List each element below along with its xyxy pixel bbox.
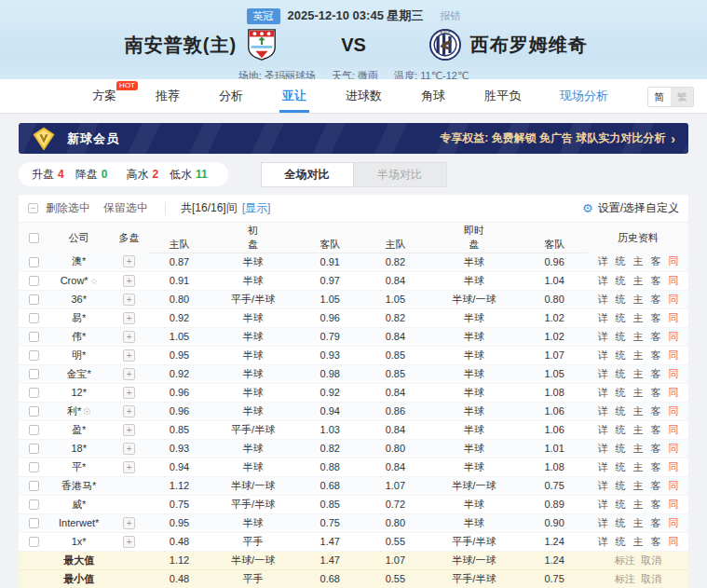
- history-link-3[interactable]: 客: [651, 424, 661, 435]
- history-link-2[interactable]: 主: [633, 536, 644, 547]
- history-link-3[interactable]: 客: [651, 443, 661, 454]
- history-link-3[interactable]: 客: [651, 461, 661, 472]
- history-link-2[interactable]: 主: [633, 405, 644, 417]
- history-link-3[interactable]: 客: [651, 387, 661, 398]
- history-link-1[interactable]: 统: [616, 294, 626, 305]
- history-link-4[interactable]: 同: [669, 294, 679, 305]
- history-link-0[interactable]: 详: [598, 480, 608, 491]
- row-checkbox[interactable]: [29, 425, 39, 435]
- row-checkbox[interactable]: [29, 276, 39, 286]
- company-name[interactable]: Crow*: [61, 275, 88, 286]
- nav-item-亚让[interactable]: 亚让: [263, 79, 326, 113]
- history-link-2[interactable]: 主: [633, 331, 644, 342]
- history-link-2[interactable]: 主: [633, 517, 644, 528]
- history-link-1[interactable]: 统: [616, 443, 626, 454]
- keep-selected-button[interactable]: 保留选中: [103, 200, 148, 216]
- nav-item-推荐[interactable]: 推荐: [136, 79, 199, 113]
- history-link-4[interactable]: 同: [669, 480, 679, 491]
- row-checkbox[interactable]: [29, 444, 39, 454]
- history-link-0[interactable]: 详: [598, 499, 608, 510]
- expand-multi-button[interactable]: +: [123, 349, 135, 362]
- history-link-2[interactable]: 主: [633, 312, 644, 323]
- company-name[interactable]: 平*: [72, 461, 86, 472]
- history-link-1[interactable]: 统: [616, 405, 626, 417]
- history-link-4[interactable]: 同: [669, 368, 679, 379]
- history-link-4[interactable]: 同: [669, 331, 679, 342]
- row-checkbox[interactable]: [29, 481, 39, 491]
- history-link-2[interactable]: 主: [633, 255, 644, 267]
- expand-multi-button[interactable]: +: [123, 443, 135, 455]
- row-checkbox[interactable]: [29, 350, 39, 361]
- row-checkbox[interactable]: [29, 257, 39, 267]
- history-link-3[interactable]: 客: [651, 331, 661, 342]
- history-link-1[interactable]: 统: [616, 331, 626, 342]
- summary-action-1[interactable]: 取消: [641, 573, 661, 584]
- history-link-0[interactable]: 详: [598, 275, 608, 286]
- delete-selected-button[interactable]: 删除选中: [46, 200, 90, 216]
- row-checkbox[interactable]: [29, 537, 39, 547]
- expand-multi-button[interactable]: +: [123, 312, 135, 324]
- nav-item-分析[interactable]: 分析: [199, 79, 263, 113]
- history-link-4[interactable]: 同: [669, 312, 679, 323]
- company-name[interactable]: 18*: [71, 443, 87, 454]
- history-link-0[interactable]: 详: [598, 368, 608, 379]
- history-link-3[interactable]: 客: [651, 275, 661, 286]
- row-checkbox[interactable]: [29, 313, 39, 323]
- history-link-4[interactable]: 同: [669, 517, 679, 528]
- history-link-4[interactable]: 同: [669, 536, 679, 547]
- select-all-checkbox[interactable]: [29, 233, 39, 243]
- expand-multi-button[interactable]: +: [123, 294, 135, 306]
- tab-full-match[interactable]: 全场对比: [261, 162, 354, 187]
- company-name[interactable]: 金宝*: [67, 368, 91, 379]
- row-checkbox[interactable]: [29, 369, 39, 379]
- history-link-0[interactable]: 详: [598, 443, 608, 454]
- history-link-0[interactable]: 详: [598, 405, 608, 417]
- expand-multi-button[interactable]: +: [123, 517, 135, 529]
- history-link-0[interactable]: 详: [598, 387, 608, 398]
- expand-multi-button[interactable]: +: [123, 405, 135, 417]
- history-link-0[interactable]: 详: [598, 349, 608, 361]
- row-checkbox[interactable]: [29, 499, 39, 510]
- lang-simplified-button[interactable]: 简: [648, 88, 671, 106]
- history-link-3[interactable]: 客: [651, 480, 661, 491]
- history-link-0[interactable]: 详: [598, 255, 608, 267]
- history-link-2[interactable]: 主: [633, 480, 644, 491]
- history-link-2[interactable]: 主: [633, 275, 644, 286]
- expand-multi-button[interactable]: +: [123, 275, 135, 287]
- expand-multi-button[interactable]: +: [123, 368, 135, 380]
- history-link-4[interactable]: 同: [669, 275, 679, 286]
- history-link-0[interactable]: 详: [598, 461, 608, 472]
- history-link-2[interactable]: 主: [633, 461, 644, 472]
- summary-action-0[interactable]: 标注: [615, 573, 635, 584]
- history-link-3[interactable]: 客: [651, 294, 661, 305]
- history-link-1[interactable]: 统: [616, 461, 626, 472]
- history-link-1[interactable]: 统: [616, 349, 626, 361]
- vip-banner[interactable]: 新球会员 专享权益: 免费解锁 免广告 球队实力对比分析 ›: [19, 123, 688, 154]
- history-link-1[interactable]: 统: [616, 275, 626, 286]
- row-checkbox[interactable]: [29, 406, 39, 417]
- nav-item-进球数[interactable]: 进球数: [326, 79, 401, 113]
- report-error-link[interactable]: 报错: [440, 9, 460, 23]
- history-link-1[interactable]: 统: [616, 387, 626, 398]
- history-link-4[interactable]: 同: [669, 424, 679, 435]
- lang-traditional-button[interactable]: 繁: [671, 88, 693, 106]
- history-link-3[interactable]: 客: [651, 517, 661, 528]
- expand-multi-button[interactable]: +: [123, 255, 135, 267]
- company-name[interactable]: 利*: [67, 405, 81, 417]
- history-link-0[interactable]: 详: [598, 331, 608, 342]
- expand-multi-button[interactable]: +: [123, 387, 135, 399]
- history-link-4[interactable]: 同: [669, 349, 679, 361]
- company-name[interactable]: 1x*: [72, 536, 87, 547]
- tab-half-match[interactable]: 半场对比: [354, 162, 447, 187]
- show-link[interactable]: [显示]: [242, 200, 271, 216]
- history-link-1[interactable]: 统: [616, 255, 626, 267]
- history-link-1[interactable]: 统: [616, 480, 626, 491]
- vip-benefits-link[interactable]: 专享权益: 免费解锁 免广告 球队实力对比分析 ›: [440, 130, 675, 146]
- expand-multi-button[interactable]: +: [123, 424, 135, 436]
- history-link-1[interactable]: 统: [616, 312, 626, 323]
- company-name[interactable]: 盈*: [72, 424, 86, 435]
- history-link-2[interactable]: 主: [633, 349, 644, 361]
- history-link-0[interactable]: 详: [598, 517, 608, 528]
- select-indicator-icon[interactable]: [28, 203, 38, 213]
- row-checkbox[interactable]: [29, 388, 39, 398]
